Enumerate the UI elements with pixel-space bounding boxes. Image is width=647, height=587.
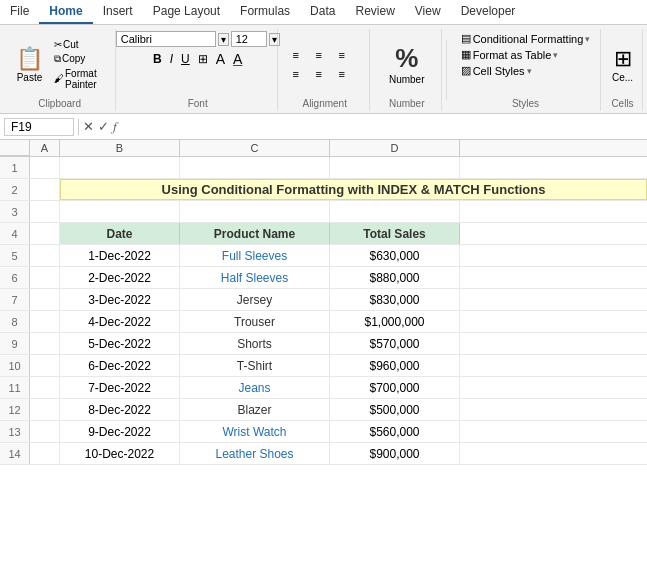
cell-reference-box[interactable]: [4, 118, 74, 136]
align-center[interactable]: ≡: [308, 65, 330, 83]
copy-button[interactable]: ⧉ Copy: [51, 52, 109, 66]
tab-page-layout[interactable]: Page Layout: [143, 0, 230, 24]
align-top-right[interactable]: ≡: [331, 46, 353, 64]
cell-a7[interactable]: [30, 289, 60, 310]
cell-a2[interactable]: [30, 179, 60, 200]
cell-d1[interactable]: [330, 157, 460, 178]
confirm-formula-icon[interactable]: ✓: [98, 119, 109, 134]
tab-file[interactable]: File: [0, 0, 39, 24]
cell-b5[interactable]: 1-Dec-2022: [60, 245, 180, 266]
insert-function-icon[interactable]: 𝑓: [113, 119, 117, 135]
cell-a13[interactable]: [30, 421, 60, 442]
col-header-d[interactable]: D: [330, 140, 460, 156]
font-format-row: B I U ⊞ A A: [150, 50, 245, 68]
col-header-b[interactable]: B: [60, 140, 180, 156]
fill-color-button[interactable]: A: [213, 50, 228, 68]
cell-c3[interactable]: [180, 201, 330, 222]
cell-c13[interactable]: Wrist Watch: [180, 421, 330, 442]
formula-input[interactable]: [121, 119, 643, 135]
cell-b4[interactable]: Date: [60, 223, 180, 244]
cell-c12[interactable]: Blazer: [180, 399, 330, 420]
cell-c10[interactable]: T-Shirt: [180, 355, 330, 376]
cancel-formula-icon[interactable]: ✕: [83, 119, 94, 134]
cell-c9[interactable]: Shorts: [180, 333, 330, 354]
cell-b9[interactable]: 5-Dec-2022: [60, 333, 180, 354]
font-size-dropdown[interactable]: ▾: [269, 33, 280, 46]
cell-d12[interactable]: $500,000: [330, 399, 460, 420]
cell-d14[interactable]: $900,000: [330, 443, 460, 464]
tab-view[interactable]: View: [405, 0, 451, 24]
cell-b8[interactable]: 4-Dec-2022: [60, 311, 180, 332]
cell-a5[interactable]: [30, 245, 60, 266]
paste-button[interactable]: 📋 Paste: [10, 44, 49, 85]
cell-c11[interactable]: Jeans: [180, 377, 330, 398]
cell-a8[interactable]: [30, 311, 60, 332]
align-top-center[interactable]: ≡: [308, 46, 330, 64]
cell-a9[interactable]: [30, 333, 60, 354]
cell-d9[interactable]: $570,000: [330, 333, 460, 354]
cell-c14[interactable]: Leather Shoes: [180, 443, 330, 464]
cell-b10[interactable]: 6-Dec-2022: [60, 355, 180, 376]
cell-a1[interactable]: [30, 157, 60, 178]
cell-c5[interactable]: Full Sleeves: [180, 245, 330, 266]
cell-c8[interactable]: Trouser: [180, 311, 330, 332]
cell-c7[interactable]: Jersey: [180, 289, 330, 310]
format-as-table-button[interactable]: ▦ Format as Table ▾: [458, 47, 594, 62]
cell-c1[interactable]: [180, 157, 330, 178]
tab-developer[interactable]: Developer: [451, 0, 526, 24]
cell-d10[interactable]: $960,000: [330, 355, 460, 376]
number-format-button[interactable]: % Number: [381, 39, 433, 89]
align-left[interactable]: ≡: [285, 65, 307, 83]
bold-button[interactable]: B: [150, 50, 165, 68]
cell-a3[interactable]: [30, 201, 60, 222]
col-header-c[interactable]: C: [180, 140, 330, 156]
col-header-a[interactable]: A: [30, 140, 60, 156]
cell-b7[interactable]: 3-Dec-2022: [60, 289, 180, 310]
cell-a11[interactable]: [30, 377, 60, 398]
cell-b3[interactable]: [60, 201, 180, 222]
align-right[interactable]: ≡: [331, 65, 353, 83]
tab-formulas[interactable]: Formulas: [230, 0, 300, 24]
copy-label: Copy: [62, 53, 85, 64]
cell-styles-button[interactable]: ▨ Cell Styles ▾: [458, 63, 594, 78]
cell-d11[interactable]: $700,000: [330, 377, 460, 398]
conditional-formatting-button[interactable]: ▤ Conditional Formatting ▾: [458, 31, 594, 46]
tab-home[interactable]: Home: [39, 0, 92, 24]
cell-c4[interactable]: Product Name: [180, 223, 330, 244]
cell-b12[interactable]: 8-Dec-2022: [60, 399, 180, 420]
cell-b13[interactable]: 9-Dec-2022: [60, 421, 180, 442]
cell-b1[interactable]: [60, 157, 180, 178]
cell-d6[interactable]: $880,000: [330, 267, 460, 288]
cell-c6[interactable]: Half Sleeves: [180, 267, 330, 288]
cell-d5[interactable]: $630,000: [330, 245, 460, 266]
cell-b6[interactable]: 2-Dec-2022: [60, 267, 180, 288]
tab-review[interactable]: Review: [345, 0, 404, 24]
cell-b14[interactable]: 10-Dec-2022: [60, 443, 180, 464]
cell-a6[interactable]: [30, 267, 60, 288]
font-name-input[interactable]: [116, 31, 216, 47]
tab-insert[interactable]: Insert: [93, 0, 143, 24]
cell-d4[interactable]: Total Sales: [330, 223, 460, 244]
underline-button[interactable]: U: [178, 50, 193, 68]
cells-group: ⊞ Ce... Cells: [603, 29, 643, 111]
align-top-left[interactable]: ≡: [285, 46, 307, 64]
cell-a14[interactable]: [30, 443, 60, 464]
cell-a10[interactable]: [30, 355, 60, 376]
font-size-input[interactable]: [231, 31, 267, 47]
italic-button[interactable]: I: [167, 50, 176, 68]
cell-d13[interactable]: $560,000: [330, 421, 460, 442]
cut-button[interactable]: ✂ Cut: [51, 38, 109, 51]
title-cell[interactable]: Using Conditional Formatting with INDEX …: [60, 179, 647, 200]
cell-d8[interactable]: $1,000,000: [330, 311, 460, 332]
font-color-button[interactable]: A: [230, 50, 245, 68]
cell-a12[interactable]: [30, 399, 60, 420]
border-button[interactable]: ⊞: [195, 50, 211, 68]
cell-b11[interactable]: 7-Dec-2022: [60, 377, 180, 398]
font-name-dropdown[interactable]: ▾: [218, 33, 229, 46]
cell-d3[interactable]: [330, 201, 460, 222]
format-painter-button[interactable]: 🖌 Format Painter: [51, 67, 109, 91]
cells-button[interactable]: ⊞ Ce...: [608, 44, 637, 85]
cell-a4[interactable]: [30, 223, 60, 244]
cell-d7[interactable]: $830,000: [330, 289, 460, 310]
tab-data[interactable]: Data: [300, 0, 345, 24]
